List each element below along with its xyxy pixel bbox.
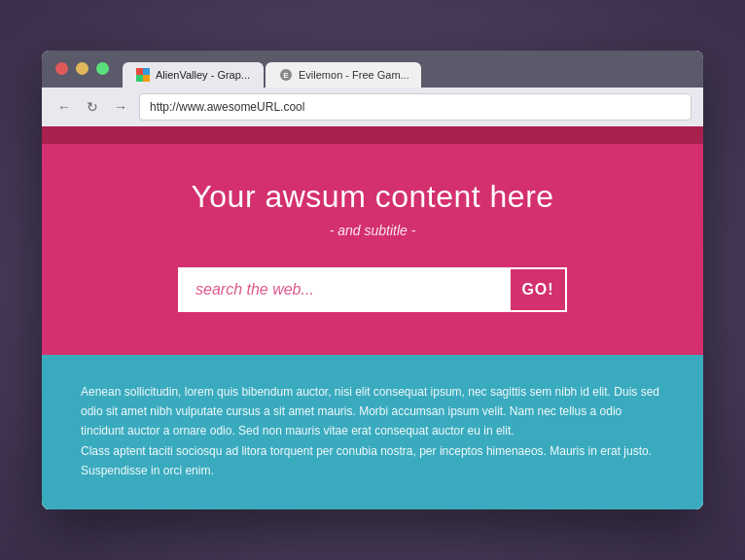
minimize-button[interactable] [76, 62, 89, 75]
title-bar: AlienValley - Grap... E Evilemon - Free … [42, 51, 703, 88]
tab2-label: Evilemon - Free Gam... [299, 69, 409, 81]
address-bar[interactable] [139, 93, 692, 121]
tab-2[interactable]: E Evilemon - Free Gam... [266, 62, 421, 88]
forward-button[interactable]: → [110, 98, 131, 116]
tab1-favicon-icon [136, 68, 150, 82]
hero-title: Your awsum content here [81, 179, 664, 215]
close-button[interactable] [55, 62, 68, 75]
tab-list: AlienValley - Grap... E Evilemon - Free … [123, 51, 703, 88]
tab-1[interactable]: AlienValley - Grap... [123, 62, 264, 88]
hero-section: Your awsum content here - and subtitle -… [42, 144, 703, 355]
svg-rect-0 [136, 68, 143, 75]
svg-rect-2 [136, 75, 143, 82]
teal-section: Aenean sollicitudin, lorem quis bibendum… [42, 355, 703, 510]
content-area: Your awsum content here - and subtitle -… [42, 126, 703, 510]
maximize-button[interactable] [96, 62, 109, 75]
search-input[interactable] [178, 267, 509, 312]
go-button[interactable]: GO! [509, 267, 567, 312]
nav-bar: ← ↻ → [42, 88, 703, 126]
hero-subtitle: - and subtitle - [81, 223, 664, 238]
window-controls [42, 51, 123, 88]
teal-paragraph-2: Class aptent taciti sociosqu ad litora t… [81, 441, 664, 481]
top-accent-strip [42, 126, 703, 144]
svg-text:E: E [283, 71, 289, 80]
search-row: GO! [81, 267, 664, 312]
tab2-favicon-icon: E [279, 68, 293, 82]
teal-paragraph-1: Aenean sollicitudin, lorem quis bibendum… [81, 382, 664, 441]
svg-rect-1 [143, 68, 150, 75]
svg-rect-3 [143, 75, 150, 82]
tab1-label: AlienValley - Grap... [156, 69, 250, 81]
refresh-button[interactable]: ↻ [83, 98, 102, 116]
back-button[interactable]: ← [53, 98, 75, 116]
browser-window: AlienValley - Grap... E Evilemon - Free … [42, 51, 703, 510]
